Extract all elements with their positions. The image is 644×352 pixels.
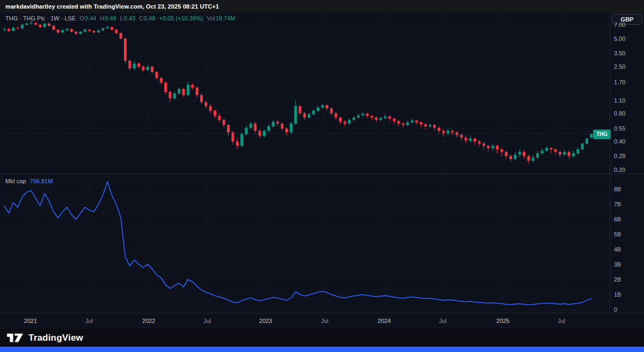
pane-separator[interactable]	[0, 174, 644, 174]
candle-body	[182, 89, 185, 95]
candle-body	[527, 156, 530, 161]
mktcap-tick-label: 3B	[614, 261, 621, 268]
candle-body	[572, 153, 575, 156]
candle-body	[353, 118, 355, 120]
low-label: L	[120, 15, 123, 21]
candle-body	[532, 157, 535, 161]
candle-body	[30, 23, 33, 24]
candle-body	[155, 72, 158, 78]
mktcap-tick-label: 1B	[614, 291, 621, 298]
candle-body	[550, 148, 552, 149]
close-value: 0.48	[144, 15, 155, 21]
candle-body	[227, 125, 230, 133]
candle-body	[321, 105, 324, 107]
candle-body	[258, 131, 261, 135]
time-axis-label: 2021	[24, 318, 37, 324]
candle-body	[509, 156, 512, 159]
price-candlestick-chart[interactable]	[0, 13, 610, 174]
candle-body	[209, 106, 212, 111]
candle-body	[84, 30, 86, 32]
candle-body	[101, 28, 104, 31]
candle-body	[586, 139, 588, 143]
time-axis-label: 2023	[259, 318, 272, 324]
candle-body	[559, 152, 561, 155]
price-tick-label: 7.00	[614, 21, 625, 28]
candle-body	[473, 139, 476, 141]
candle-body	[447, 131, 449, 133]
candle-body	[482, 143, 485, 146]
price-tick-label: 0.55	[614, 125, 625, 132]
mktcap-tick-label: 0	[614, 306, 617, 313]
candle-body	[402, 124, 405, 125]
candle-body	[231, 132, 234, 141]
footer-bar: TradingView	[0, 329, 644, 347]
candle-body	[370, 116, 373, 118]
candle-body	[299, 106, 302, 113]
candle-body	[518, 152, 521, 155]
mktcap-tick-label: 4B	[614, 246, 621, 253]
time-axis-label: Jul	[321, 318, 328, 324]
candle-body	[223, 120, 225, 125]
candle-body	[17, 28, 19, 28]
candle-body	[204, 102, 207, 106]
mktcap-legend[interactable]: Mkt cap 706.81M	[5, 178, 53, 184]
candle-body	[330, 109, 333, 113]
candle-body	[200, 95, 203, 102]
candle-body	[128, 61, 131, 68]
candle-body	[43, 24, 46, 27]
price-tick-label: 5.00	[614, 35, 625, 42]
time-scale[interactable]: 2021Jul2022Jul2023Jul2024Jul2025Jul	[0, 313, 644, 329]
symbol-title: THG · THG Plc · 1W · LSE	[5, 15, 76, 21]
ohlc-open: O 0.44	[79, 15, 96, 21]
candle-body	[366, 114, 369, 116]
candle-body	[173, 94, 176, 98]
candle-body	[79, 32, 82, 34]
candle-body	[25, 24, 28, 25]
snapshot-header: markdavidhartley created with TradingVie…	[0, 0, 644, 13]
volume: Vol 19.74M	[207, 15, 235, 21]
mktcap-tick-label: 2B	[614, 276, 621, 283]
candle-body	[303, 113, 306, 118]
candle-body	[272, 121, 275, 126]
brand-strip	[0, 347, 644, 352]
candle-body	[317, 107, 319, 111]
candle-body	[505, 152, 508, 156]
candle-body	[97, 30, 100, 32]
candle-body	[124, 39, 127, 61]
ohlc-high: H 0.49	[100, 15, 116, 21]
candle-body	[169, 92, 171, 98]
open-label: O	[79, 15, 84, 21]
candle-body	[191, 85, 194, 88]
high-label: H	[100, 15, 104, 21]
price-scale[interactable]: GBP 7.005.003.502.501.701.100.800.550.40…	[610, 13, 644, 313]
candle-body	[39, 25, 41, 27]
candle-body	[70, 29, 73, 32]
candle-body	[290, 124, 292, 132]
candle-body	[411, 120, 413, 122]
candle-body	[451, 131, 454, 132]
low-value: 0.43	[124, 15, 135, 21]
mktcap-line-chart[interactable]	[0, 174, 610, 313]
candle-body	[245, 128, 247, 134]
close-label: C	[139, 15, 143, 21]
candle-body	[276, 121, 279, 124]
candle-body	[563, 152, 566, 155]
price-tick-label: 1.10	[614, 97, 625, 104]
candle-body	[334, 113, 337, 118]
candle-body	[263, 131, 266, 135]
candle-body	[442, 131, 445, 133]
mktcap-tick-label: 8B	[614, 186, 621, 192]
snapshot-attribution: markdavidhartley created with TradingVie…	[5, 3, 219, 10]
candle-body	[34, 23, 37, 25]
candle-body	[456, 132, 458, 135]
candle-body	[218, 116, 221, 120]
candle-body	[500, 149, 503, 152]
tradingview-logo-text: TradingView	[28, 333, 83, 343]
candle-body	[568, 152, 570, 156]
symbol-legend[interactable]: THG · THG Plc · 1W · LSE O 0.44 H 0.49 L…	[5, 15, 235, 21]
open-value: 0.44	[85, 15, 96, 21]
candle-body	[160, 78, 163, 82]
tradingview-logo[interactable]: TradingView	[6, 332, 83, 343]
mktcap-value: 706.81M	[30, 178, 53, 184]
candle-body	[415, 120, 418, 122]
